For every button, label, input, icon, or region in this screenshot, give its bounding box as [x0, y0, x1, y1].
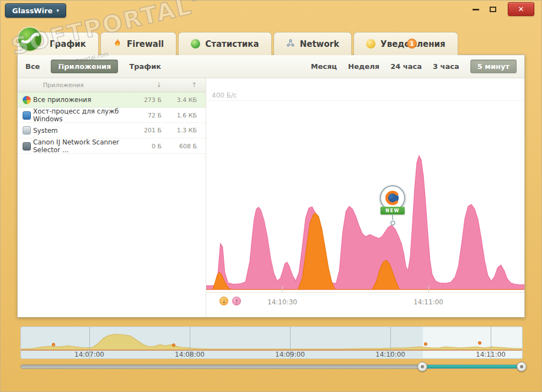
range-5min[interactable]: 5 минут — [470, 60, 517, 73]
upload-value: 1.6 КБ — [170, 112, 206, 119]
glasswire-menu-button[interactable]: GlassWire ▾ — [5, 3, 66, 18]
firefox-icon — [385, 190, 400, 206]
all-apps-icon — [23, 96, 31, 104]
tab-firewall-label: Firewall — [127, 39, 164, 49]
app-name: Canon IJ Network Scanner Selector ... — [33, 138, 136, 154]
app-name: System — [33, 127, 136, 135]
upload-value: 1.3 КБ — [170, 127, 206, 134]
timeline-label: 14:07:00 — [74, 351, 104, 358]
filter-traffic[interactable]: Трафик — [129, 62, 161, 71]
maximize-icon — [490, 7, 496, 12]
new-badge: NEW — [380, 207, 405, 214]
apps-column-header: Приложения — [18, 82, 136, 89]
range-3h[interactable]: 3 часа — [433, 62, 459, 71]
x-axis-strip: ↓ ↑ 14:10:30 14:11:00 — [206, 292, 524, 317]
system-icon — [23, 126, 31, 135]
slider-handle-right[interactable] — [517, 362, 527, 372]
app-row-all[interactable]: Все приложения 273 Б 3.4 КБ — [18, 92, 206, 108]
network-icon — [286, 39, 295, 50]
filter-apps[interactable]: Приложения — [51, 60, 118, 73]
x-tick-label: 14:10:30 — [267, 298, 297, 306]
timeline-label: 14:09:00 — [275, 351, 305, 358]
notifications-icon — [366, 39, 375, 49]
x-tick-label: 14:11:00 — [414, 298, 443, 306]
timeline-label: 14:08:00 — [175, 351, 205, 358]
window-frame: GlassWire ▾ ✕ SOFTPORTAL™ www.softportal… — [0, 0, 542, 392]
tab-network[interactable]: Network — [273, 32, 352, 55]
notifications-count-badge[interactable]: 1 — [407, 39, 417, 49]
statistics-icon — [191, 39, 200, 49]
legend-download-icon[interactable]: ↓ — [219, 297, 228, 305]
slider-track[interactable] — [20, 364, 523, 369]
marker-point — [390, 221, 395, 225]
flame-icon — [113, 38, 122, 50]
marker-tail — [392, 215, 393, 220]
download-value: 273 Б — [136, 96, 170, 104]
timeline-label: 14:10:00 — [375, 351, 405, 358]
main-panel: Все Приложения Трафик Месяц Неделя 24 ча… — [17, 55, 525, 318]
filter-bar: Все Приложения Трафик Месяц Неделя 24 ча… — [18, 55, 524, 78]
timeline-chart-svg[interactable] — [21, 327, 523, 351]
app-row-system[interactable]: System 201 Б 1.3 КБ — [18, 123, 206, 138]
traffic-chart-svg[interactable] — [206, 78, 524, 292]
upload-value: 3.4 КБ — [170, 96, 206, 104]
sort-upload-icon[interactable]: ↑ — [170, 81, 206, 89]
maximize-button[interactable] — [486, 4, 500, 15]
range-week[interactable]: Неделя — [348, 62, 379, 71]
minimize-button[interactable] — [469, 4, 483, 15]
graph-legend: ↓ ↑ — [219, 297, 241, 305]
tab-statistics-label: Статистика — [205, 39, 259, 49]
x-tick-mark — [282, 286, 283, 292]
glasswire-menu-label: GlassWire — [12, 7, 52, 15]
close-button[interactable]: ✕ — [508, 2, 534, 16]
new-app-marker[interactable]: NEW — [378, 185, 407, 225]
windows-host-icon — [23, 111, 31, 120]
content-area: Приложения ↓ ↑ Все приложения 273 Б 3.4 … — [18, 78, 524, 317]
slider-selection[interactable] — [422, 365, 522, 368]
upload-value: 608 Б — [170, 143, 206, 150]
download-value: 201 Б — [136, 127, 170, 134]
app-row-canon[interactable]: Canon IJ Network Scanner Selector ... 0 … — [18, 138, 206, 154]
close-icon: ✕ — [518, 5, 524, 13]
app-name: Хост-процесс для служб Windows — [33, 108, 136, 123]
minimize-icon — [473, 9, 479, 10]
list-header: Приложения ↓ ↑ — [18, 78, 206, 92]
glasswire-logo-icon — [17, 26, 43, 52]
download-value: 72 Б — [136, 112, 170, 119]
tab-firewall[interactable]: Firewall — [100, 32, 176, 55]
timeline-label: 14:11:00 — [476, 351, 506, 358]
tab-graph-label: График — [50, 39, 86, 49]
tab-bar: График Firewall Статистика — [17, 32, 458, 55]
app-row-svchost[interactable]: Хост-процесс для служб Windows 72 Б 1.6 … — [18, 108, 206, 123]
chevron-down-icon: ▾ — [56, 8, 59, 13]
sort-download-icon[interactable]: ↓ — [136, 81, 170, 89]
canon-scanner-icon — [23, 142, 31, 151]
tab-network-label: Network — [300, 39, 339, 49]
tab-statistics[interactable]: Статистика — [178, 32, 271, 55]
range-month[interactable]: Месяц — [311, 62, 337, 71]
legend-upload-icon[interactable]: ↑ — [232, 297, 241, 305]
tab-graph[interactable]: График — [17, 32, 99, 55]
x-tick-mark — [428, 286, 429, 292]
view-filter-group: Все Приложения Трафик — [25, 60, 161, 73]
tab-notifications[interactable]: Уведомления 1 — [353, 32, 458, 55]
download-value: 0 Б — [136, 143, 170, 150]
filter-all[interactable]: Все — [25, 62, 40, 71]
traffic-graph[interactable]: 400 Б/с NEW — [206, 78, 524, 317]
time-range-group: Месяц Неделя 24 часа 3 часа 5 минут — [311, 60, 517, 73]
app-list: Приложения ↓ ↑ Все приложения 273 Б 3.4 … — [18, 78, 206, 317]
slider-handle-left[interactable] — [417, 362, 427, 372]
range-24h[interactable]: 24 часа — [390, 62, 422, 71]
app-name: Все приложения — [33, 96, 136, 104]
timeline-overview[interactable]: 14:07:00 14:08:00 14:09:00 14:10:00 14:1… — [20, 326, 523, 359]
